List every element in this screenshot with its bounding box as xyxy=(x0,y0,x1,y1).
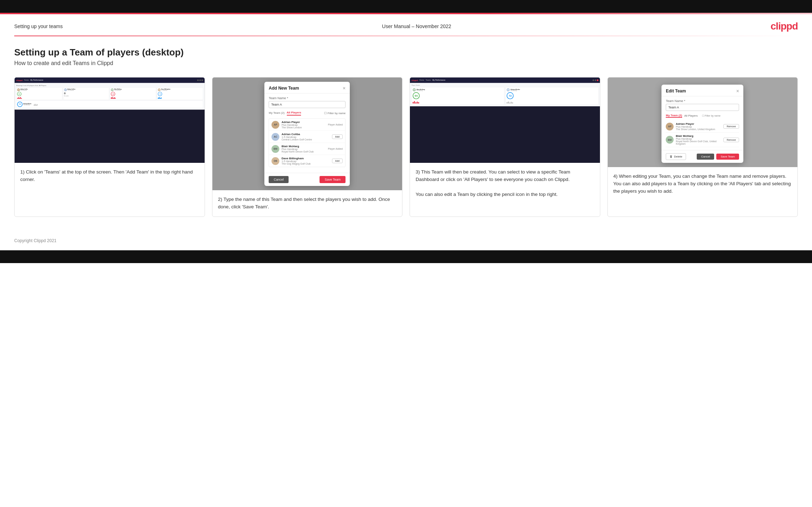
ss2-player-status-3: Player Added xyxy=(328,148,343,150)
ss2-tab-myteam[interactable]: My Team (2) xyxy=(269,111,284,115)
ss2-player-info-3: Blair McHarg Plus HandicapRoyal North De… xyxy=(281,145,326,153)
ss2-cancel-button[interactable]: Cancel xyxy=(269,176,289,183)
ss4-modal-title: Edit Team xyxy=(666,89,686,94)
card-3-description: 3) This Team will then be created. You c… xyxy=(410,163,600,217)
ss1-avatar-2: AC xyxy=(64,89,67,91)
ss2-close-icon[interactable]: × xyxy=(343,85,346,91)
card-3-text: 3) This Team will then be created. You c… xyxy=(416,169,570,182)
ss2-player-club-2: 1-5 HandicapCentral London Golf Centre xyxy=(281,136,330,141)
bottom-bar xyxy=(0,250,812,263)
screenshot-4: Edit Team × Team Name * My Team (2) All … xyxy=(608,78,798,167)
manual-title: User Manual – November 2022 xyxy=(382,23,452,29)
ss4-player-info-1: Adrian Player Plus HandicapThe Show Lond… xyxy=(676,122,721,130)
ss2-player-club-3: Plus HandicapRoyal North Devon Golf Club xyxy=(281,148,326,153)
ss4-player-info-2: Blair McHarg Plus HandicapRoyal North De… xyxy=(676,134,721,145)
ss2-save-button[interactable]: Save Team xyxy=(320,176,346,183)
ss1-player-card-4: DB Dave Billingham 1-5 Handicap 78 xyxy=(157,87,203,100)
ss4-save-button[interactable]: Save Team xyxy=(716,154,739,160)
ss2-modal-header: Add New Team × xyxy=(264,82,350,94)
ss1-bottom-bars xyxy=(34,103,37,106)
ss1-bottom-detail: Plus Handicap xyxy=(23,104,32,105)
ss4-filter: ☐ Filter by name xyxy=(702,114,721,117)
ss3-nav: clippd Home Teams My Performance xyxy=(410,78,600,83)
ss1-player-detail-1: Plus Handicap xyxy=(21,90,28,91)
ss4-player-club-1: Plus HandicapThe Show London, United Kin… xyxy=(676,126,721,130)
ss1-bottom-score: 72 xyxy=(17,102,22,107)
ss4-tab-myteam[interactable]: My Team (2) xyxy=(666,114,682,118)
ss3-bar xyxy=(413,102,414,103)
ss3-player-card-2: RB Richard Butler Plus Handicap 72 xyxy=(506,87,599,105)
ss1-bars-4 xyxy=(158,96,202,99)
ss3-bar xyxy=(508,102,509,104)
ss2-avatar-2: AC xyxy=(271,133,279,141)
logo: clippd xyxy=(771,21,798,32)
top-bar xyxy=(0,0,812,13)
card-1-description: 1) Click on 'Teams' at the top of the sc… xyxy=(15,163,205,217)
ss2-add-btn-2[interactable]: Add xyxy=(332,134,343,139)
screenshot-1: clippd Home My Performance Showing 5 out… xyxy=(15,78,205,163)
ss4-team-name-label: Team Name * xyxy=(666,99,739,103)
ss4-delete-button[interactable]: 🗑 Delete xyxy=(666,153,686,160)
ss3-bar xyxy=(507,102,508,103)
ss1-player-card-1: AC Adrian Collis Plus Handicap 84 xyxy=(16,87,62,100)
copyright: Copyright Clippd 2021 xyxy=(14,238,57,243)
ss4-player-club-2: Plus HandicapRoyal North Devon Golf Club… xyxy=(676,138,721,145)
ss3-players-row: BM Blair McHarg Plus Handicap 94 xyxy=(411,87,598,105)
ss1-bar xyxy=(161,97,162,99)
ss1-no-data: No rounds xyxy=(64,95,108,96)
ss4-tab-allplayers[interactable]: All Players xyxy=(684,114,698,117)
ss4-trash-icon: 🗑 xyxy=(670,155,673,158)
ss3-score-2: 72 xyxy=(507,92,514,99)
ss4-player-name-2: Blair McHarg xyxy=(676,134,721,138)
card-1: clippd Home My Performance Showing 5 out… xyxy=(14,77,205,217)
ss2-player-item-4: DB Dave Billingham 1-5 HandicapThe Gog M… xyxy=(269,155,345,167)
ss4-avatar-2: BM xyxy=(666,136,674,144)
ss3-bar xyxy=(414,101,415,104)
ss2-modal: Add New Team × Team Name * My Team (2) A… xyxy=(264,82,350,186)
ss4-team-name-input[interactable] xyxy=(666,104,739,111)
ss4-delete-label: Delete xyxy=(674,155,682,158)
ss1-bars-1 xyxy=(17,96,61,99)
ss3-logo: clippd xyxy=(411,79,418,81)
ss3-detail-1: Plus Handicap xyxy=(417,90,425,91)
ss3-nav-home: Home xyxy=(420,79,424,81)
ss1-player-card-2: AC Adrian Collins 5-10 Handicap 0 No rou… xyxy=(63,87,109,100)
ss1-bar xyxy=(21,98,22,99)
card-4: Edit Team × Team Name * My Team (2) All … xyxy=(607,77,798,217)
screenshot-3: clippd Home Teams My Performance Player … xyxy=(410,78,600,163)
ss2-player-name-2: Adrian Coliba xyxy=(281,133,330,136)
card-4-description: 4) When editing your Team, you can chang… xyxy=(608,167,798,217)
ss3-player-card-1: BM Blair McHarg Plus Handicap 94 xyxy=(411,87,504,105)
ss3-nav-performance: My Performance xyxy=(432,79,445,81)
ss4-avatar-1: AP xyxy=(666,123,674,130)
ss4-cancel-button[interactable]: Cancel xyxy=(697,154,714,160)
ss2-modal-footer: Cancel Save Team xyxy=(264,173,350,186)
ss2-avatar-4: DB xyxy=(271,157,279,165)
footer: Copyright Clippd 2021 xyxy=(0,235,812,250)
ss1-score-3: 94 xyxy=(111,92,115,96)
ss3-bar xyxy=(510,102,511,103)
cards-grid: clippd Home My Performance Showing 5 out… xyxy=(14,77,798,217)
ss4-modal-body: Team Name * My Team (2) All Players ☐ Fi… xyxy=(661,96,743,150)
ss2-player-status-1: Player Added xyxy=(328,123,343,126)
header: Setting up your teams User Manual – Nove… xyxy=(0,14,812,36)
ss2-add-btn-4[interactable]: Add xyxy=(332,159,343,163)
ss2-team-name-input[interactable] xyxy=(269,101,346,108)
ss2-player-club-1: Plus HandicapThe Show London xyxy=(281,124,326,129)
ss2-tab-allplayers[interactable]: All Players xyxy=(287,111,301,116)
ss4-remove-btn-1[interactable]: Remove xyxy=(723,124,739,129)
ss3-bar xyxy=(415,102,416,103)
ss1-nav-home: Home xyxy=(24,79,29,81)
ss2-player-list: AP Adrian Player Plus HandicapThe Show L… xyxy=(269,118,346,167)
ss1-player-detail-3: Plus Handicap xyxy=(114,90,121,91)
ss3-header-text: Player Details xyxy=(411,85,598,86)
ss3-detail-2: Plus Handicap xyxy=(511,90,520,91)
ss4-close-icon[interactable]: × xyxy=(736,88,739,94)
ss2-tabs: My Team (2) All Players ☐ Filter by name xyxy=(269,111,346,116)
ss2-player-item-2: AC Adrian Coliba 1-5 HandicapCentral Lon… xyxy=(269,131,345,143)
ss3-body: Player Details BM Blair McHarg Plus Hand… xyxy=(410,83,600,106)
page-title: Setting up a Team of players (desktop) xyxy=(14,47,798,58)
ss2-modal-body: Team Name * My Team (2) All Players ☐ Fi… xyxy=(264,94,350,173)
ss4-remove-btn-2[interactable]: Remove xyxy=(723,138,739,142)
ss1-bars-3 xyxy=(111,96,155,99)
